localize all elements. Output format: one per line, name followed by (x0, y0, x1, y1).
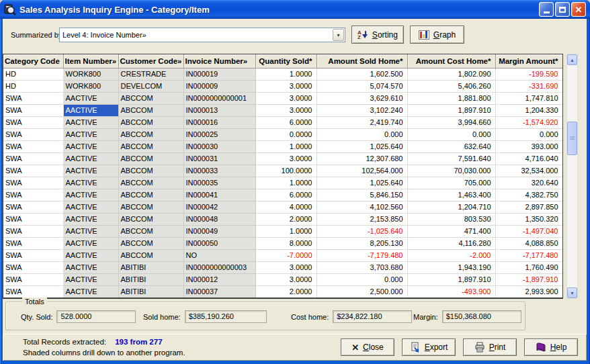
cell[interactable]: IN000016 (183, 116, 255, 128)
cell[interactable]: ABCCOM (118, 189, 183, 201)
cell[interactable]: 1,350.320 (495, 213, 562, 225)
cell[interactable]: -2.000 (407, 249, 495, 261)
cell[interactable]: AACTIVE (63, 189, 118, 201)
cell[interactable]: 393.000 (495, 140, 562, 152)
cell[interactable]: IN000031 (183, 152, 255, 165)
cell[interactable]: 1,204.710 (407, 201, 495, 213)
cell[interactable]: AACTIVE (63, 104, 118, 116)
cell[interactable]: 1.0000 (255, 177, 317, 189)
cell[interactable]: IN000019 (183, 68, 255, 80)
cell[interactable]: 2,993.900 (495, 285, 562, 298)
cell[interactable]: IN000012 (183, 273, 255, 285)
cell[interactable]: 2,153.850 (317, 213, 407, 225)
cell[interactable]: -493.900 (407, 285, 495, 298)
column-header[interactable]: Category Code (3, 54, 63, 68)
minimize-button[interactable] (539, 2, 554, 17)
summarized-by-dropdown[interactable]: Level 4: Invoice Number» ▼ (59, 28, 345, 42)
cell[interactable]: 1,760.490 (495, 261, 562, 273)
cell[interactable]: ABCCOM (118, 92, 183, 104)
cell[interactable]: 32,534.000 (495, 165, 562, 177)
cell[interactable]: IN000050 (183, 237, 255, 249)
cell[interactable]: AACTIVE (63, 273, 118, 285)
cell[interactable]: 3.0000 (255, 80, 317, 92)
cell[interactable]: 1,943.190 (407, 261, 495, 273)
cell[interactable]: ABCCOM (118, 152, 183, 165)
column-header[interactable]: Margin Amount* (495, 54, 562, 68)
cell[interactable]: AACTIVE (63, 128, 118, 140)
cell[interactable]: ABCCOM (118, 165, 183, 177)
sorting-button[interactable]: AZ Sorting (351, 26, 404, 44)
cell[interactable]: AACTIVE (63, 237, 118, 249)
cell[interactable]: SWA (3, 273, 63, 285)
cell[interactable]: AACTIVE (63, 225, 118, 237)
cell[interactable]: SWA (3, 225, 63, 237)
cell[interactable]: SWA (3, 128, 63, 140)
cell[interactable]: SWA (3, 165, 63, 177)
cell[interactable]: 0.000 (495, 128, 562, 140)
cell[interactable]: 803.530 (407, 213, 495, 225)
cell[interactable]: SWA (3, 285, 63, 298)
cell[interactable]: 1,897.910 (407, 104, 495, 116)
cell[interactable]: 1,747.810 (495, 92, 562, 104)
cell[interactable]: ABCCOM (118, 249, 183, 261)
cell[interactable]: IN000030 (183, 140, 255, 152)
cell[interactable]: ABCCOM (118, 177, 183, 189)
cell[interactable]: 1,025.640 (317, 140, 407, 152)
cell[interactable]: 4,088.850 (495, 237, 562, 249)
cell[interactable]: SWA (3, 189, 63, 201)
cell[interactable]: CRESTRADE (118, 68, 183, 80)
cell[interactable]: -199.590 (495, 68, 562, 80)
cell[interactable]: 1,602.500 (317, 68, 407, 80)
cell[interactable]: HD (3, 68, 63, 80)
cell[interactable]: 100.0000 (255, 165, 317, 177)
cell[interactable]: 8.0000 (255, 237, 317, 249)
cell[interactable]: IN000049 (183, 225, 255, 237)
cell[interactable]: 3,102.240 (317, 104, 407, 116)
cell[interactable]: SWA (3, 237, 63, 249)
cell[interactable]: AACTIVE (63, 92, 118, 104)
scrollbar-thumb[interactable] (567, 122, 577, 155)
cell[interactable]: SWA (3, 177, 63, 189)
cell[interactable]: AACTIVE (63, 285, 118, 298)
cell[interactable]: IN000035 (183, 177, 255, 189)
cell[interactable]: ABCCOM (118, 213, 183, 225)
cell[interactable]: IN000033 (183, 165, 255, 177)
cell[interactable]: 0.000 (317, 273, 407, 285)
cell[interactable]: 2,897.850 (495, 201, 562, 213)
cell[interactable]: AACTIVE (63, 249, 118, 261)
cell[interactable]: AACTIVE (63, 261, 118, 273)
cell[interactable]: 5,846.150 (317, 189, 407, 201)
cell[interactable]: AACTIVE (63, 213, 118, 225)
cell[interactable]: ABCCOM (118, 237, 183, 249)
cell[interactable]: 1,025.640 (317, 177, 407, 189)
cell[interactable]: 102,564.000 (317, 165, 407, 177)
cell[interactable]: 3,629.610 (317, 92, 407, 104)
cell[interactable]: IN000013 (183, 104, 255, 116)
cell[interactable]: IN000025 (183, 128, 255, 140)
cell[interactable]: IN0000000000003 (183, 261, 255, 273)
cell[interactable]: 1.0000 (255, 225, 317, 237)
cell[interactable]: ABCCOM (118, 104, 183, 116)
cell[interactable]: SWA (3, 116, 63, 128)
cell[interactable]: 1.0000 (255, 68, 317, 80)
cell[interactable]: 705.000 (407, 177, 495, 189)
cell[interactable]: AACTIVE (63, 152, 118, 165)
cell[interactable]: 2,419.740 (317, 116, 407, 128)
cell[interactable]: 2.0000 (255, 213, 317, 225)
cell[interactable]: 3.0000 (255, 104, 317, 116)
cell[interactable]: NO (183, 249, 255, 261)
cell[interactable]: -1,574.920 (495, 116, 562, 128)
cell[interactable]: 6.0000 (255, 116, 317, 128)
cell[interactable]: AACTIVE (63, 177, 118, 189)
cell[interactable]: 5,406.260 (407, 80, 495, 92)
cell[interactable]: 0.000 (317, 128, 407, 140)
cell[interactable]: SWA (3, 249, 63, 261)
export-button[interactable]: Export (402, 338, 456, 356)
cell[interactable]: AACTIVE (63, 116, 118, 128)
cell[interactable]: SWA (3, 140, 63, 152)
cell[interactable]: IN000041 (183, 189, 255, 201)
cell[interactable]: ABCCOM (118, 225, 183, 237)
cell[interactable]: WORK800 (63, 68, 118, 80)
cell[interactable]: SWA (3, 104, 63, 116)
cell[interactable]: 3,703.680 (317, 261, 407, 273)
